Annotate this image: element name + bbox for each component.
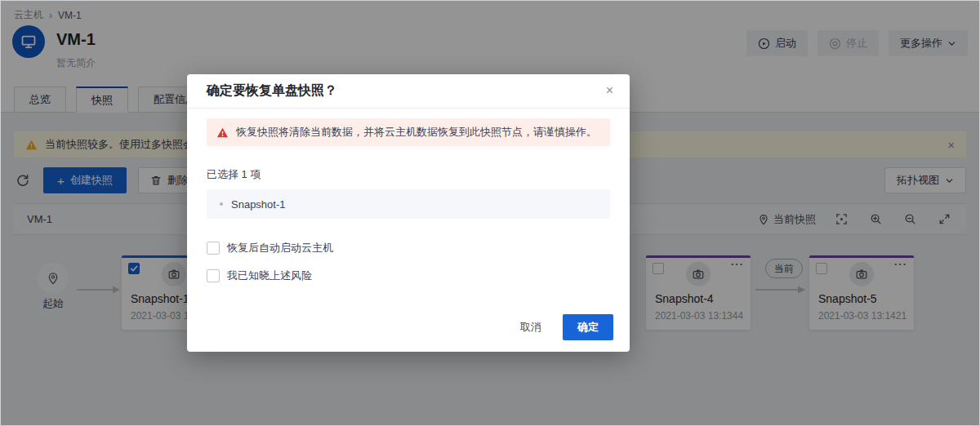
auto-start-checkbox-row[interactable]: 恢复后自动启动云主机 (207, 241, 610, 255)
modal-footer: 取消 确定 (520, 314, 613, 340)
acknowledge-risk-label: 我已知晓上述风险 (227, 268, 312, 283)
bullet-dot-icon (220, 202, 223, 206)
modal-close-icon[interactable]: × (606, 83, 613, 98)
alert-text: 恢复快照将清除当前数据，并将云主机数据恢复到此快照节点，请谨慎操作。 (236, 125, 597, 140)
selected-count-label: 已选择 1 项 (207, 167, 610, 182)
modal-header: 确定要恢复单盘快照？ (187, 74, 630, 109)
selected-snapshot-item: Snapshot-1 (207, 189, 610, 219)
cancel-button[interactable]: 取消 (520, 320, 541, 335)
modal-title: 确定要恢复单盘快照？ (207, 82, 337, 100)
acknowledge-risk-checkbox[interactable] (207, 269, 220, 282)
restore-warning-alert: 恢复快照将清除当前数据，并将云主机数据恢复到此快照节点，请谨慎操作。 (207, 118, 610, 146)
restore-snapshot-modal: 确定要恢复单盘快照？ × 恢复快照将清除当前数据，并将云主机数据恢复到此快照节点… (187, 74, 630, 352)
vm-detail-page: 云主机 › VM-1 VM-1 暂无简介 启动 停止 (0, 0, 980, 426)
auto-start-label: 恢复后自动启动云主机 (227, 241, 333, 255)
auto-start-checkbox[interactable] (207, 242, 220, 255)
selected-snapshot-name: Snapshot-1 (231, 198, 286, 211)
acknowledge-risk-checkbox-row[interactable]: 我已知晓上述风险 (207, 268, 610, 283)
confirm-button[interactable]: 确定 (563, 314, 613, 340)
danger-triangle-icon (216, 126, 229, 139)
